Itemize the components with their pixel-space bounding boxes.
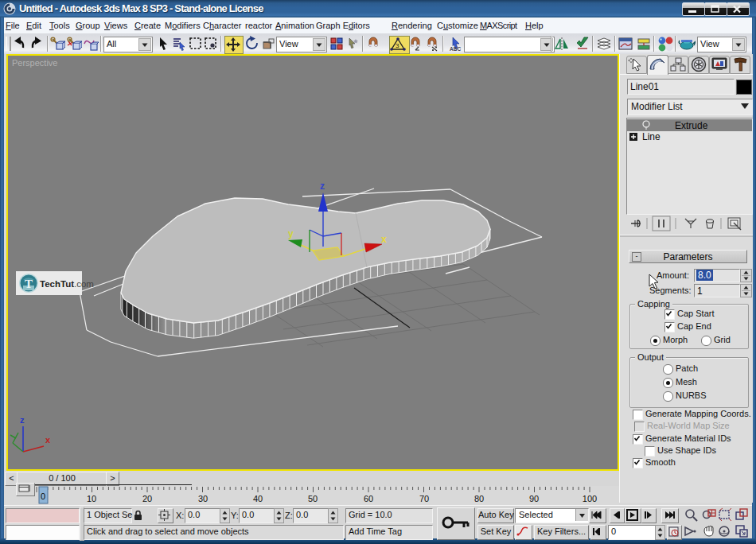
svg-text:80: 80: [474, 494, 484, 503]
svg-text:10: 10: [87, 494, 96, 503]
svg-text:50: 50: [308, 494, 318, 503]
svg-text:60: 60: [364, 494, 373, 503]
svg-text:90: 90: [529, 494, 539, 503]
svg-text:x: x: [45, 435, 51, 445]
svg-text:70: 70: [419, 494, 429, 503]
svg-text:z: z: [320, 181, 325, 192]
svg-text:Perspective: Perspective: [12, 58, 57, 68]
svg-text:20: 20: [142, 494, 152, 503]
svg-text:3: 3: [396, 42, 399, 49]
svg-text:T: T: [25, 278, 33, 290]
svg-text:30: 30: [198, 494, 208, 503]
svg-text:100: 100: [583, 494, 597, 503]
svg-text:40: 40: [253, 494, 263, 503]
svg-text:x: x: [381, 234, 387, 245]
svg-text:z: z: [20, 415, 25, 425]
svg-text:0: 0: [41, 492, 45, 501]
svg-text:y: y: [288, 228, 294, 239]
svg-text:ABC: ABC: [450, 46, 461, 52]
svg-text:TechTut.com: TechTut.com: [40, 279, 94, 289]
